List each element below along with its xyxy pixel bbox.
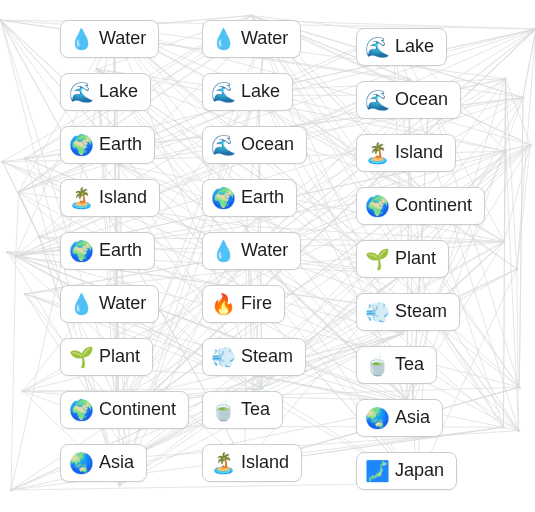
continent-icon: 🌍 — [365, 194, 389, 218]
element-chip-lake[interactable]: 🌊Lake — [202, 73, 293, 111]
water-icon: 💧 — [69, 292, 93, 316]
element-chip-island[interactable]: 🏝️Island — [202, 444, 302, 482]
element-label: Steam — [241, 346, 293, 368]
element-chip-asia[interactable]: 🌏Asia — [60, 444, 147, 482]
element-label: Steam — [395, 301, 447, 323]
water-icon: 💧 — [211, 27, 235, 51]
element-chip-lake[interactable]: 🌊Lake — [60, 73, 151, 111]
island-icon: 🏝️ — [211, 451, 235, 475]
island-icon: 🏝️ — [69, 186, 93, 210]
tea-icon: 🍵 — [365, 353, 389, 377]
fire-icon: 🔥 — [211, 292, 235, 316]
water-icon: 💧 — [69, 27, 93, 51]
element-label: Tea — [241, 399, 270, 421]
water-icon: 💧 — [211, 239, 235, 263]
element-chip-water[interactable]: 💧Water — [202, 20, 301, 58]
element-label: Asia — [99, 452, 134, 474]
japan-icon: 🗾 — [365, 459, 389, 483]
element-label: Fire — [241, 293, 272, 315]
element-label: Lake — [241, 81, 280, 103]
earth-icon: 🌍 — [211, 186, 235, 210]
element-chip-continent[interactable]: 🌍Continent — [60, 391, 189, 429]
element-chip-tea[interactable]: 🍵Tea — [356, 346, 437, 384]
crafting-board[interactable]: 💧Water🌊Lake🌍Earth🏝️Island🌍Earth💧Water🌱Pl… — [0, 0, 535, 512]
element-chip-island[interactable]: 🏝️Island — [356, 134, 456, 172]
element-chip-earth[interactable]: 🌍Earth — [202, 179, 297, 217]
element-chip-water[interactable]: 💧Water — [60, 20, 159, 58]
lake-icon: 🌊 — [365, 35, 389, 59]
continent-icon: 🌍 — [69, 398, 93, 422]
element-chip-plant[interactable]: 🌱Plant — [60, 338, 153, 376]
element-label: Island — [241, 452, 289, 474]
asia-icon: 🌏 — [69, 451, 93, 475]
steam-icon: 💨 — [211, 345, 235, 369]
element-chip-tea[interactable]: 🍵Tea — [202, 391, 283, 429]
element-chip-asia[interactable]: 🌏Asia — [356, 399, 443, 437]
element-label: Continent — [395, 195, 472, 217]
element-chip-fire[interactable]: 🔥Fire — [202, 285, 285, 323]
element-label: Water — [241, 240, 288, 262]
element-label: Island — [99, 187, 147, 209]
element-label: Water — [241, 28, 288, 50]
element-label: Continent — [99, 399, 176, 421]
element-label: Ocean — [241, 134, 294, 156]
element-chip-steam[interactable]: 💨Steam — [356, 293, 460, 331]
element-chip-ocean[interactable]: 🌊Ocean — [356, 81, 461, 119]
asia-icon: 🌏 — [365, 406, 389, 430]
element-chip-water[interactable]: 💧Water — [202, 232, 301, 270]
tea-icon: 🍵 — [211, 398, 235, 422]
element-label: Island — [395, 142, 443, 164]
element-label: Plant — [99, 346, 140, 368]
element-label: Water — [99, 293, 146, 315]
element-chip-steam[interactable]: 💨Steam — [202, 338, 306, 376]
plant-icon: 🌱 — [365, 247, 389, 271]
element-chip-water[interactable]: 💧Water — [60, 285, 159, 323]
element-label: Tea — [395, 354, 424, 376]
element-chip-island[interactable]: 🏝️Island — [60, 179, 160, 217]
element-label: Plant — [395, 248, 436, 270]
element-label: Ocean — [395, 89, 448, 111]
island-icon: 🏝️ — [365, 141, 389, 165]
ocean-icon: 🌊 — [365, 88, 389, 112]
element-chip-japan[interactable]: 🗾Japan — [356, 452, 457, 490]
element-label: Earth — [99, 240, 142, 262]
element-label: Lake — [99, 81, 138, 103]
steam-icon: 💨 — [365, 300, 389, 324]
element-label: Earth — [99, 134, 142, 156]
element-chip-ocean[interactable]: 🌊Ocean — [202, 126, 307, 164]
element-chip-earth[interactable]: 🌍Earth — [60, 126, 155, 164]
element-label: Japan — [395, 460, 444, 482]
earth-icon: 🌍 — [69, 239, 93, 263]
earth-icon: 🌍 — [69, 133, 93, 157]
element-chip-earth[interactable]: 🌍Earth — [60, 232, 155, 270]
ocean-icon: 🌊 — [211, 133, 235, 157]
element-label: Lake — [395, 36, 434, 58]
element-chip-lake[interactable]: 🌊Lake — [356, 28, 447, 66]
lake-icon: 🌊 — [211, 80, 235, 104]
element-label: Water — [99, 28, 146, 50]
element-label: Earth — [241, 187, 284, 209]
plant-icon: 🌱 — [69, 345, 93, 369]
element-chip-plant[interactable]: 🌱Plant — [356, 240, 449, 278]
element-chip-continent[interactable]: 🌍Continent — [356, 187, 485, 225]
element-label: Asia — [395, 407, 430, 429]
lake-icon: 🌊 — [69, 80, 93, 104]
